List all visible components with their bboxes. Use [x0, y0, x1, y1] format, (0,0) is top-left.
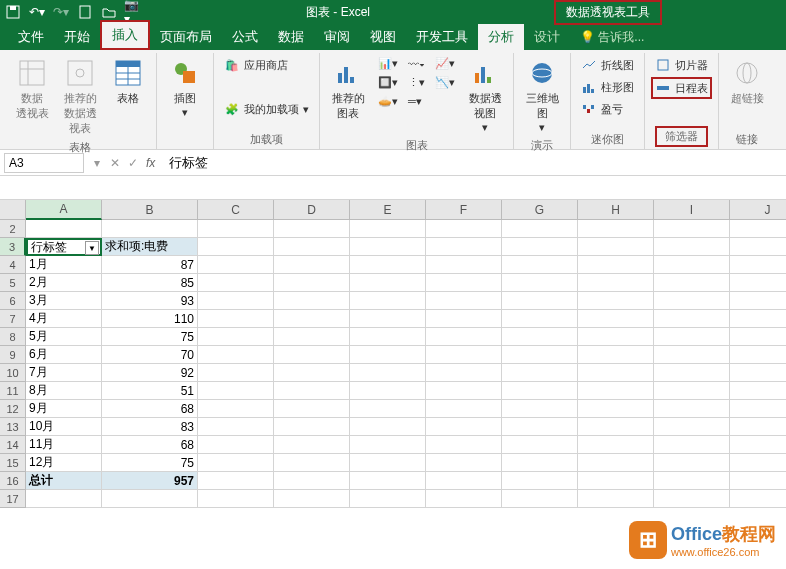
illustrations-button[interactable]: 插图▾	[163, 55, 207, 121]
cell[interactable]	[426, 274, 502, 292]
cell[interactable]: 70	[102, 346, 198, 364]
cell[interactable]	[730, 220, 786, 238]
row-header[interactable]: 5	[0, 274, 26, 292]
tab-design[interactable]: 设计	[524, 24, 570, 50]
column-header[interactable]: J	[730, 200, 786, 220]
cell[interactable]	[578, 364, 654, 382]
formula-bar[interactable]: 行标签	[161, 152, 782, 174]
cell[interactable]	[502, 400, 578, 418]
cell[interactable]	[654, 346, 730, 364]
column-header[interactable]: I	[654, 200, 730, 220]
cell[interactable]	[102, 490, 198, 508]
cell[interactable]	[502, 274, 578, 292]
cell[interactable]	[274, 364, 350, 382]
cell[interactable]	[426, 238, 502, 256]
cell[interactable]	[198, 436, 274, 454]
cell[interactable]	[578, 436, 654, 454]
column-header[interactable]: C	[198, 200, 274, 220]
cell[interactable]	[578, 292, 654, 310]
cell[interactable]	[730, 292, 786, 310]
cell[interactable]: 总计	[26, 472, 102, 490]
cell[interactable]	[502, 454, 578, 472]
bar-chart-icon[interactable]: ═▾	[404, 93, 426, 110]
cell[interactable]	[730, 418, 786, 436]
cell[interactable]	[350, 418, 426, 436]
name-box[interactable]	[4, 153, 84, 173]
cell[interactable]	[578, 274, 654, 292]
table-button[interactable]: 表格	[106, 55, 150, 108]
cell[interactable]: 957	[102, 472, 198, 490]
cell[interactable]	[274, 382, 350, 400]
cell[interactable]	[730, 436, 786, 454]
cell[interactable]	[350, 238, 426, 256]
cell[interactable]	[654, 238, 730, 256]
pie-chart-icon[interactable]: 🥧▾	[374, 93, 402, 110]
cell[interactable]	[426, 220, 502, 238]
cell[interactable]: 83	[102, 418, 198, 436]
cancel-icon[interactable]: ✕	[110, 156, 120, 170]
cell[interactable]: 75	[102, 454, 198, 472]
select-all-corner[interactable]	[0, 200, 26, 220]
cell[interactable]	[502, 418, 578, 436]
cell[interactable]	[654, 382, 730, 400]
cell[interactable]	[578, 454, 654, 472]
pivot-table-button[interactable]: 数据 透视表	[10, 55, 54, 123]
cell[interactable]: 9月	[26, 400, 102, 418]
scatter-chart-icon[interactable]: ⋮▾	[404, 74, 429, 91]
row-header[interactable]: 17	[0, 490, 26, 508]
cell[interactable]	[198, 220, 274, 238]
cell[interactable]	[274, 436, 350, 454]
slicer-button[interactable]: 切片器	[651, 55, 712, 75]
cell[interactable]	[654, 292, 730, 310]
cell[interactable]	[578, 490, 654, 508]
tab-formulas[interactable]: 公式	[222, 24, 268, 50]
cell[interactable]: 2月	[26, 274, 102, 292]
column-header[interactable]: F	[426, 200, 502, 220]
cell[interactable]	[654, 400, 730, 418]
open-icon[interactable]	[100, 3, 118, 21]
cell[interactable]	[654, 418, 730, 436]
cell[interactable]	[426, 490, 502, 508]
cell[interactable]	[350, 436, 426, 454]
cell[interactable]: 51	[102, 382, 198, 400]
sparkline-column-button[interactable]: 柱形图	[577, 77, 638, 97]
cell[interactable]	[502, 364, 578, 382]
cell[interactable]	[502, 436, 578, 454]
cell[interactable]	[350, 364, 426, 382]
cell[interactable]: 12月	[26, 454, 102, 472]
cell[interactable]	[274, 472, 350, 490]
cell[interactable]	[654, 364, 730, 382]
tell-me[interactable]: 💡 告诉我...	[570, 25, 654, 50]
cell[interactable]	[502, 382, 578, 400]
column-chart-icon[interactable]: 📊▾	[374, 55, 402, 72]
cell[interactable]: 110	[102, 310, 198, 328]
cell[interactable]: 1月	[26, 256, 102, 274]
cell[interactable]	[274, 274, 350, 292]
cell[interactable]	[502, 490, 578, 508]
cell[interactable]	[578, 472, 654, 490]
cell[interactable]	[502, 292, 578, 310]
tab-analyze[interactable]: 分析	[478, 24, 524, 50]
cell[interactable]	[198, 310, 274, 328]
cell[interactable]: 10月	[26, 418, 102, 436]
cell[interactable]	[578, 328, 654, 346]
cell[interactable]	[730, 328, 786, 346]
cell[interactable]	[198, 364, 274, 382]
pivot-chart-button[interactable]: 数据透视图▾	[463, 55, 507, 136]
cell[interactable]	[578, 310, 654, 328]
row-header[interactable]: 11	[0, 382, 26, 400]
cell[interactable]	[350, 382, 426, 400]
sparkline-line-button[interactable]: 折线图	[577, 55, 638, 75]
cell[interactable]	[350, 256, 426, 274]
cell[interactable]	[654, 310, 730, 328]
cell[interactable]	[350, 454, 426, 472]
cell[interactable]	[350, 328, 426, 346]
recommended-charts-button[interactable]: 推荐的 图表	[326, 55, 370, 123]
row-header[interactable]: 2	[0, 220, 26, 238]
column-header[interactable]: D	[274, 200, 350, 220]
row-header[interactable]: 3	[0, 238, 26, 256]
cell[interactable]	[426, 256, 502, 274]
column-header[interactable]: H	[578, 200, 654, 220]
tab-home[interactable]: 开始	[54, 24, 100, 50]
cell[interactable]: 3月	[26, 292, 102, 310]
